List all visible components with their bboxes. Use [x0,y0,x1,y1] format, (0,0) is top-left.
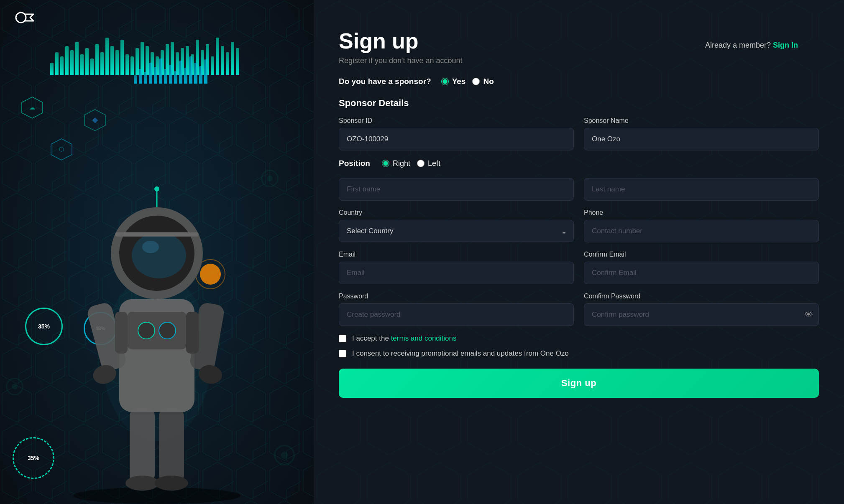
country-group: Country Select CountryUnited StatesUnite… [339,209,574,242]
form-content: Already a member? Sign In Sign up Regist… [339,29,819,398]
astronaut-figure [56,149,257,504]
radio-yes-label: Yes [452,77,466,86]
first-name-group [339,178,574,201]
last-name-input[interactable] [584,178,819,201]
left-panel: 35% 48% 35% ☁ ⬡ 🔷 [0,0,314,504]
country-label: Country [339,209,574,216]
country-phone-row: Country Select CountryUnited StatesUnite… [339,209,819,242]
svg-point-18 [138,322,155,339]
svg-point-32 [154,186,159,191]
svg-point-24 [200,264,221,285]
password-row: Password Comfirm Password 👁 [339,293,819,326]
confirm-password-label: Comfirm Password [584,293,819,300]
terms-text: I accept the terms and conditions [352,334,457,343]
position-label: Position [339,159,370,168]
svg-rect-17 [128,312,186,349]
radio-yes-input[interactable] [441,78,449,85]
email-row: Email Confirm Email [339,251,819,284]
phone-label: Phone [584,209,819,216]
password-input[interactable] [339,303,574,326]
svg-point-0 [16,13,26,23]
sponsor-id-input[interactable] [339,128,574,150]
sponsor-id-group: Sponsor ID [339,117,574,150]
radio-no-input[interactable] [472,78,480,85]
phone-group: Phone [584,209,819,242]
radio-right-input[interactable] [382,160,389,167]
radio-yes[interactable]: Yes [441,77,466,86]
radio-left[interactable]: Left [417,159,440,168]
svg-point-15 [155,476,188,491]
email-input[interactable] [339,262,574,284]
sponsor-question-row: Do you have a sponsor? Yes No [339,77,819,86]
last-name-group [584,178,819,201]
confirm-email-group: Confirm Email [584,251,819,284]
confirm-email-label: Confirm Email [584,251,819,258]
sponsor-details-title: Sponsor Details [339,98,819,109]
password-eye-icon[interactable]: 👁 [805,310,813,320]
gauge-35-bottom: 35% [13,437,54,479]
chart-bars-secondary [134,50,207,84]
phone-input[interactable] [584,220,819,242]
svg-point-14 [125,476,159,491]
svg-rect-33 [115,312,128,354]
confirm-password-group: Comfirm Password 👁 [584,293,819,326]
radio-no[interactable]: No [472,77,494,86]
svg-point-19 [159,322,176,339]
confirm-password-wrapper: 👁 [584,303,819,326]
promo-row: I consent to receiving promotional email… [339,349,819,358]
sponsor-radio-group: Yes No [441,77,494,86]
country-select-wrapper: Select CountryUnited StatesUnited Kingdo… [339,220,574,242]
password-group: Password [339,293,574,326]
radio-right[interactable]: Right [382,159,410,168]
radio-left-input[interactable] [417,160,425,167]
hex-decorative-3: 🔷 [84,109,107,132]
name-row [339,178,819,201]
password-label: Password [339,293,574,300]
svg-rect-12 [130,408,155,483]
svg-point-28 [132,232,186,278]
confirm-email-input[interactable] [584,262,819,284]
terms-row: I accept the terms and conditions [339,334,819,343]
svg-rect-34 [186,312,199,354]
position-row: Position Right Left [339,159,819,168]
email-label: Email [339,251,574,258]
promo-checkbox[interactable] [339,350,346,357]
already-member-text: Already a member? [705,41,771,49]
country-select[interactable]: Select CountryUnited StatesUnited Kingdo… [339,220,574,242]
terms-link[interactable]: terms and conditions [391,334,457,342]
svg-point-10 [73,487,240,504]
svg-text:☁: ☁ [29,104,35,111]
svg-point-29 [142,241,159,253]
sponsor-id-label: Sponsor ID [339,117,574,125]
email-group: Email [339,251,574,284]
radio-left-label: Left [428,159,440,168]
hex-decorative-1: ☁ [21,96,44,119]
sponsor-question-label: Do you have a sponsor? [339,77,431,86]
sign-in-link[interactable]: Sign In [773,41,798,49]
right-panel: Already a member? Sign In Sign up Regist… [314,0,844,504]
signup-form: Sign up Register if you don't have an ac… [339,29,819,398]
page-subtitle: Register if you don't have an account [339,56,819,65]
first-name-input[interactable] [339,178,574,201]
svg-rect-30 [115,232,199,237]
promo-text: I consent to receiving promotional email… [352,349,569,358]
sponsor-name-group: Sponsor Name [584,117,819,150]
top-signin: Already a member? Sign In [705,41,798,50]
position-radio-group: Right Left [382,159,440,168]
radio-no-label: No [483,77,494,86]
sponsor-row: Sponsor ID Sponsor Name [339,117,819,150]
sponsor-name-input[interactable] [584,128,819,150]
radio-right-label: Right [393,159,410,168]
logo [13,8,38,29]
confirm-password-input[interactable] [584,303,819,326]
svg-rect-13 [159,408,184,483]
terms-prefix: I accept the [352,334,391,342]
sponsor-name-label: Sponsor Name [584,117,819,125]
svg-text:🔷: 🔷 [92,117,98,123]
signup-button[interactable]: Sign up [339,369,819,398]
terms-checkbox[interactable] [339,335,346,342]
